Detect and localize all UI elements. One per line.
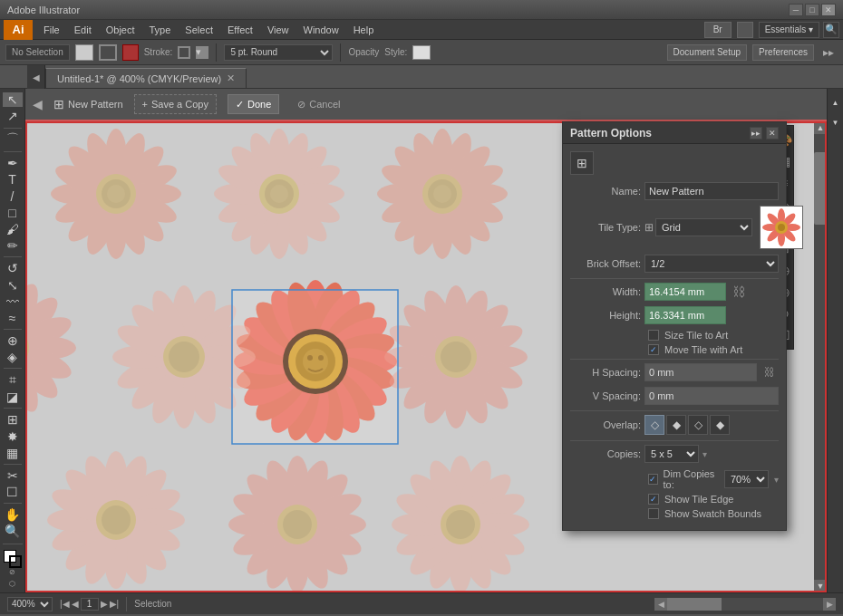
nav-last-btn[interactable]: ▶| bbox=[110, 599, 120, 609]
gradient-tool[interactable]: ◪ bbox=[3, 390, 23, 404]
panel-close-btn[interactable]: ✕ bbox=[766, 127, 779, 140]
show-swatch-bounds-checkbox[interactable] bbox=[648, 508, 659, 519]
h-scroll-right-btn[interactable]: ▶ bbox=[823, 598, 836, 611]
size-to-art-checkbox[interactable] bbox=[648, 330, 659, 341]
menu-object[interactable]: Object bbox=[99, 23, 142, 37]
direct-select-tool[interactable]: ↗ bbox=[3, 109, 23, 123]
scroll-down-btn[interactable]: ▼ bbox=[814, 580, 827, 592]
search-icon[interactable]: 🔍 bbox=[823, 22, 839, 38]
h-scrollbar[interactable]: ◀ ▶ bbox=[654, 598, 836, 611]
selection-tool[interactable]: ↖ bbox=[3, 92, 23, 107]
menu-type[interactable]: Type bbox=[142, 23, 179, 37]
dim-copies-checkbox[interactable]: ✓ bbox=[648, 474, 658, 485]
none-icon[interactable]: ⊘ bbox=[9, 568, 15, 576]
minimize-button[interactable]: ─ bbox=[789, 4, 803, 16]
height-input[interactable] bbox=[644, 306, 726, 324]
lasso-tool[interactable]: ⌒ bbox=[3, 131, 23, 148]
bridge-button[interactable]: Br bbox=[704, 22, 732, 38]
h-scroll-left-btn[interactable]: ◀ bbox=[654, 598, 667, 611]
menu-view[interactable]: View bbox=[260, 23, 296, 37]
zoom-tool[interactable]: 🔍 bbox=[3, 524, 23, 538]
stroke-swatch[interactable] bbox=[99, 44, 117, 61]
zoom-select[interactable]: 400% 200% 100% 50% bbox=[7, 597, 53, 611]
copies-select[interactable]: 5 x 5 3 x 3 7 x 7 bbox=[644, 445, 699, 463]
fill-stroke-switcher[interactable] bbox=[4, 550, 22, 563]
overlap-btn-1[interactable]: ◇ bbox=[644, 415, 664, 435]
workspace-selector[interactable]: Essentials ▾ bbox=[759, 22, 819, 38]
pencil-tool[interactable]: ✏ bbox=[3, 238, 23, 253]
canvas-area[interactable]: ◀ ⊞ New Pattern + Save a Copy ✓ Done ⊘ C… bbox=[25, 89, 827, 592]
dim-copies-select[interactable]: 70% 50% 30% bbox=[724, 470, 769, 488]
window-controls[interactable]: ─ □ ✕ bbox=[789, 4, 836, 16]
right-scroll-up[interactable]: ▲ bbox=[826, 92, 844, 112]
h-v-link-icon[interactable]: ⛓ bbox=[761, 363, 779, 381]
close-button[interactable]: ✕ bbox=[821, 4, 836, 16]
blend-tool[interactable]: ◈ bbox=[3, 350, 23, 364]
link-width-height-icon[interactable]: ⛓ bbox=[730, 283, 748, 301]
scale-tool[interactable]: ⤡ bbox=[3, 277, 23, 292]
rotate-tool[interactable]: ↺ bbox=[3, 261, 23, 275]
menu-edit[interactable]: Edit bbox=[67, 23, 99, 37]
new-pattern-btn[interactable]: ⊞ New Pattern bbox=[53, 97, 123, 111]
vertical-scrollbar[interactable]: ▲ ▼ bbox=[814, 121, 827, 592]
name-input[interactable] bbox=[644, 182, 779, 200]
nav-next-btn[interactable]: ▶ bbox=[101, 599, 108, 609]
tab-close[interactable]: ✕ bbox=[227, 72, 235, 84]
scroll-left-control[interactable]: ◀ bbox=[33, 97, 43, 111]
width-input[interactable] bbox=[644, 283, 726, 301]
scroll-thumb[interactable] bbox=[814, 152, 827, 225]
width-tool[interactable]: ≈ bbox=[3, 311, 23, 325]
stroke-more-icon[interactable]: ▾ bbox=[196, 46, 208, 59]
options-more-icon[interactable]: ▸▸ bbox=[819, 46, 838, 59]
brush-select[interactable]: 5 pt. Round bbox=[224, 44, 333, 61]
fill-swatch[interactable] bbox=[75, 44, 93, 61]
panel-collapse-btn[interactable]: ▸▸ bbox=[750, 127, 762, 140]
menu-window[interactable]: Window bbox=[296, 23, 346, 37]
rect-tool[interactable]: □ bbox=[3, 206, 23, 220]
eyedropper-tool[interactable]: ⌗ bbox=[3, 372, 23, 388]
menu-file[interactable]: File bbox=[36, 23, 67, 37]
artboard-tool[interactable]: ☐ bbox=[3, 485, 23, 499]
type-tool[interactable]: T bbox=[3, 172, 23, 187]
overlap-btn-2[interactable]: ◆ bbox=[666, 415, 686, 435]
move-tile-checkbox[interactable]: ✓ bbox=[648, 344, 659, 355]
tile-arrange-icon[interactable]: ⊞ bbox=[570, 151, 594, 175]
doc-setup-button[interactable]: Document Setup bbox=[667, 44, 748, 61]
color-mode-icon[interactable]: ⬡ bbox=[9, 580, 15, 588]
menu-effect[interactable]: Effect bbox=[220, 23, 260, 37]
overlap-btn-3[interactable]: ◇ bbox=[688, 415, 708, 435]
pen-tool[interactable]: ✒ bbox=[3, 156, 23, 170]
style-swatch[interactable] bbox=[412, 45, 431, 60]
hand-tool[interactable]: ✋ bbox=[3, 507, 23, 522]
line-tool[interactable]: / bbox=[3, 188, 23, 203]
page-number-input[interactable] bbox=[81, 598, 99, 611]
symbol-tool[interactable]: ✸ bbox=[3, 428, 23, 443]
h-spacing-input[interactable] bbox=[644, 363, 757, 381]
column-chart-tool[interactable]: ▦ bbox=[3, 446, 23, 460]
nav-first-btn[interactable]: |◀ bbox=[60, 599, 70, 609]
save-copy-button[interactable]: + Save a Copy bbox=[134, 94, 217, 114]
tile-type-select[interactable]: Grid Brick by Row Brick by Column Hex by… bbox=[655, 218, 752, 236]
brick-offset-select[interactable]: 1/2 1/3 1/4 bbox=[644, 255, 779, 273]
mesh-tool[interactable]: ⊞ bbox=[3, 412, 23, 427]
stroke-color-swatch[interactable] bbox=[178, 46, 190, 59]
preferences-button[interactable]: Preferences bbox=[752, 44, 814, 61]
cancel-button[interactable]: ⊘ Cancel bbox=[290, 94, 347, 114]
document-tab[interactable]: Untitled-1* @ 400% (CMYK/Preview) ✕ bbox=[45, 68, 247, 88]
nav-prev-btn[interactable]: ◀ bbox=[72, 599, 79, 609]
overlap-btn-4[interactable]: ◆ bbox=[710, 415, 730, 435]
menu-help[interactable]: Help bbox=[346, 23, 382, 37]
warp-tool[interactable]: 〰 bbox=[3, 294, 23, 309]
h-scroll-thumb[interactable] bbox=[667, 598, 722, 611]
paintbrush-tool[interactable]: 🖌 bbox=[3, 222, 23, 236]
right-scroll-down[interactable]: ▼ bbox=[826, 112, 844, 132]
brush-def-icon[interactable] bbox=[122, 44, 139, 61]
v-spacing-input[interactable] bbox=[644, 387, 779, 405]
show-tile-edge-checkbox[interactable]: ✓ bbox=[648, 494, 659, 505]
menu-select[interactable]: Select bbox=[178, 23, 220, 37]
slice-tool[interactable]: ✂ bbox=[3, 468, 23, 483]
shapebuilder-tool[interactable]: ⊕ bbox=[3, 333, 23, 348]
maximize-button[interactable]: □ bbox=[805, 4, 819, 16]
dim-copies-arrow[interactable]: ▾ bbox=[774, 475, 779, 485]
done-button[interactable]: ✓ Done bbox=[228, 94, 279, 114]
